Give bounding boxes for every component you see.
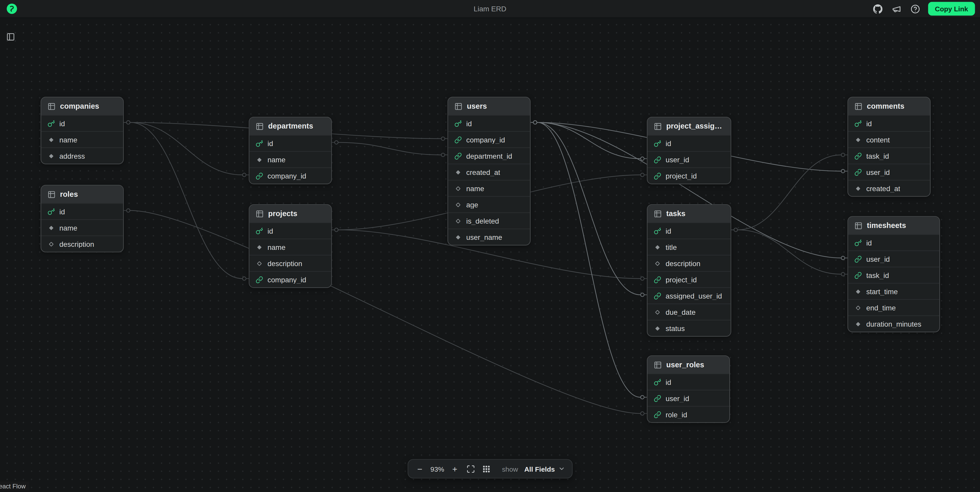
field-row-roles-id[interactable]: id xyxy=(41,203,123,219)
field-row-projects-company_id[interactable]: company_id xyxy=(249,271,331,287)
table-header[interactable]: departments xyxy=(249,117,331,135)
field-row-project_assignments-project_id[interactable]: project_id xyxy=(648,167,730,184)
table-node-timesheets[interactable]: timesheetsiduser_idtask_idstart_timeend_… xyxy=(848,216,940,332)
field-row-comments-id[interactable]: id xyxy=(848,115,930,131)
table-node-user_roles[interactable]: user_rolesiduser_idrole_id xyxy=(647,356,730,423)
liam-logo[interactable] xyxy=(5,2,19,16)
table-header[interactable]: project_assignments xyxy=(648,117,730,135)
erd-canvas[interactable]: − 93% + show All Fields React Flow compa… xyxy=(0,0,980,492)
field-row-comments-user_id[interactable]: user_id xyxy=(848,163,930,180)
field-row-projects-description[interactable]: description xyxy=(249,255,331,271)
fields-filter-select[interactable]: All Fields xyxy=(522,465,567,473)
field-row-tasks-title[interactable]: title xyxy=(648,238,730,255)
field-row-roles-name[interactable]: name xyxy=(41,219,123,235)
field-row-projects-name[interactable]: name xyxy=(249,238,331,255)
zoom-out-button[interactable]: − xyxy=(413,462,427,476)
table-header[interactable]: companies xyxy=(41,97,123,115)
field-row-users-name[interactable]: name xyxy=(448,180,530,196)
table-name: timesheets xyxy=(867,221,906,230)
zoom-level: 93% xyxy=(428,465,446,473)
field-row-project_assignments-id[interactable]: id xyxy=(648,135,730,151)
relationship-edge-users.id-to-tasks.assigned_user_id xyxy=(531,121,647,297)
primary-key-icon xyxy=(454,119,462,127)
announcements-button[interactable] xyxy=(891,3,903,15)
table-node-companies[interactable]: companiesidnameaddress xyxy=(41,97,124,164)
field-row-tasks-description[interactable]: description xyxy=(648,255,730,271)
github-button[interactable] xyxy=(872,3,884,15)
field-row-tasks-project_id[interactable]: project_id xyxy=(648,271,730,287)
table-header[interactable]: comments xyxy=(848,97,930,115)
field-row-users-company_id[interactable]: company_id xyxy=(448,131,530,148)
field-row-user_roles-user_id[interactable]: user_id xyxy=(648,390,729,406)
field-row-comments-task_id[interactable]: task_id xyxy=(848,148,930,163)
zoom-in-button[interactable]: + xyxy=(448,462,462,476)
not-null-diamond-icon xyxy=(256,156,263,163)
tidy-up-button[interactable] xyxy=(479,462,493,476)
table-node-projects[interactable]: projectsidnamedescriptioncompany_id xyxy=(249,204,332,288)
table-header[interactable]: timesheets xyxy=(848,217,939,234)
help-button[interactable] xyxy=(909,3,922,15)
table-header[interactable]: user_roles xyxy=(648,356,729,373)
field-name: company_id xyxy=(267,172,306,179)
table-icon xyxy=(256,122,264,130)
field-name: name xyxy=(59,224,77,231)
primary-key-icon xyxy=(48,119,55,127)
table-node-roles[interactable]: rolesidnamedescription xyxy=(41,185,124,252)
field-row-departments-id[interactable]: id xyxy=(249,135,331,151)
sidebar-toggle-button[interactable] xyxy=(5,31,17,43)
field-row-departments-company_id[interactable]: company_id xyxy=(249,167,331,184)
field-name: id xyxy=(267,227,273,235)
app-window: Liam ERD Copy Link − 93% + xyxy=(0,0,980,492)
fit-view-button[interactable] xyxy=(463,462,477,476)
field-name: project_id xyxy=(665,276,697,283)
table-name: roles xyxy=(60,190,78,198)
table-header[interactable]: projects xyxy=(249,205,331,222)
field-row-roles-description[interactable]: description xyxy=(41,235,123,252)
field-row-timesheets-end_time[interactable]: end_time xyxy=(848,299,939,315)
field-row-users-is_deleted[interactable]: is_deleted xyxy=(448,212,530,229)
field-row-companies-name[interactable]: name xyxy=(41,131,123,148)
field-row-tasks-id[interactable]: id xyxy=(648,222,730,238)
table-name: tasks xyxy=(666,209,686,218)
field-row-timesheets-task_id[interactable]: task_id xyxy=(848,267,939,283)
table-header[interactable]: roles xyxy=(41,186,123,203)
field-row-comments-content[interactable]: content xyxy=(848,131,930,148)
field-row-user_roles-id[interactable]: id xyxy=(648,373,729,390)
field-row-users-age[interactable]: age xyxy=(448,196,530,212)
field-row-tasks-status[interactable]: status xyxy=(648,320,730,336)
table-node-users[interactable]: usersidcompany_iddepartment_idcreated_at… xyxy=(447,97,530,246)
field-row-companies-address[interactable]: address xyxy=(41,148,123,163)
nullable-diamond-icon xyxy=(48,240,55,248)
field-row-timesheets-start_time[interactable]: start_time xyxy=(848,283,939,299)
table-node-departments[interactable]: departmentsidnamecompany_id xyxy=(249,117,332,184)
table-node-project_assignments[interactable]: project_assignmentsiduser_idproject_id xyxy=(647,117,731,184)
field-row-user_roles-role_id[interactable]: role_id xyxy=(648,406,729,422)
field-row-users-user_name[interactable]: user_name xyxy=(448,229,530,245)
copy-link-button[interactable]: Copy Link xyxy=(928,2,975,16)
field-row-timesheets-duration_minutes[interactable]: duration_minutes xyxy=(848,315,939,332)
field-row-users-id[interactable]: id xyxy=(448,115,530,131)
nullable-diamond-icon xyxy=(654,308,661,316)
not-null-diamond-icon xyxy=(454,168,462,176)
field-row-companies-id[interactable]: id xyxy=(41,115,123,131)
react-flow-attribution[interactable]: React Flow xyxy=(0,481,29,491)
github-icon xyxy=(873,4,883,13)
field-row-departments-name[interactable]: name xyxy=(249,151,331,167)
table-header[interactable]: tasks xyxy=(648,205,730,222)
table-node-tasks[interactable]: tasksidtitledescriptionproject_idassigne… xyxy=(647,204,731,336)
field-row-users-department_id[interactable]: department_id xyxy=(448,148,530,163)
field-name: address xyxy=(59,152,85,159)
field-row-projects-id[interactable]: id xyxy=(249,222,331,238)
table-header[interactable]: users xyxy=(448,97,530,115)
field-row-tasks-assigned_user_id[interactable]: assigned_user_id xyxy=(648,287,730,303)
field-row-comments-created_at[interactable]: created_at xyxy=(848,180,930,196)
field-name: company_id xyxy=(466,136,505,143)
field-row-project_assignments-user_id[interactable]: user_id xyxy=(648,151,730,167)
field-name: user_id xyxy=(665,394,689,402)
field-row-timesheets-id[interactable]: id xyxy=(848,234,939,251)
field-row-users-created_at[interactable]: created_at xyxy=(448,163,530,180)
foreign-key-link-icon xyxy=(654,172,661,179)
field-row-timesheets-user_id[interactable]: user_id xyxy=(848,251,939,267)
field-row-tasks-due_date[interactable]: due_date xyxy=(648,303,730,320)
table-node-comments[interactable]: commentsidcontenttask_iduser_idcreated_a… xyxy=(848,97,931,197)
